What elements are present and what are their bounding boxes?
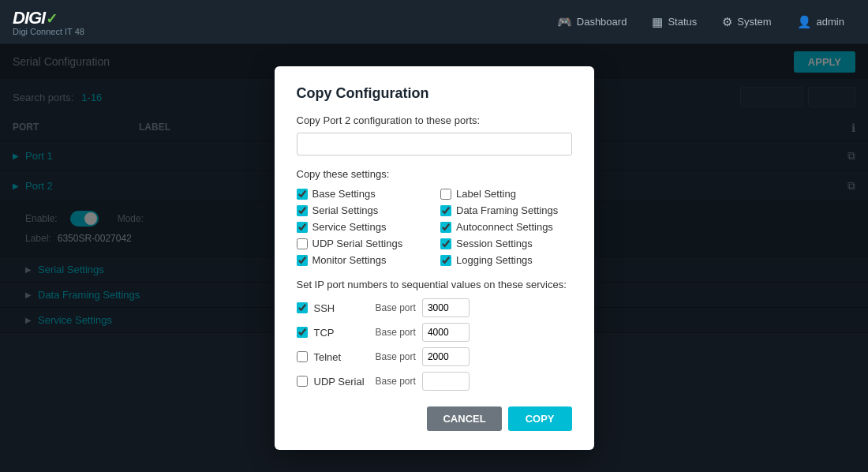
telnet-port-input[interactable] xyxy=(422,347,470,366)
checkbox-logging-settings[interactable]: Logging Settings xyxy=(440,254,572,266)
admin-label: admin xyxy=(817,16,844,28)
monitor-settings-cb-label: Monitor Settings xyxy=(312,254,387,266)
device-name: Digi Connect IT 48 xyxy=(13,27,84,36)
service-row-telnet: Telnet Base port xyxy=(297,347,572,366)
udpserial-service-checkbox[interactable] xyxy=(297,376,308,387)
modal-overlay: Copy Configuration Copy Port 2 configura… xyxy=(0,44,868,472)
base-settings-label: Base Settings xyxy=(312,188,376,200)
checkbox-service-settings[interactable]: Service Settings xyxy=(297,221,428,233)
udpserial-port-input[interactable] xyxy=(422,372,470,391)
autoconnect-cb-label: Autoconnect Settings xyxy=(456,221,553,233)
checkboxes-grid: Base Settings Label Setting Serial Setti… xyxy=(297,188,572,266)
status-icon: ▦ xyxy=(652,15,663,29)
system-label: System xyxy=(737,16,771,28)
nav-item-admin[interactable]: 👤 admin xyxy=(786,9,855,36)
copy-settings-label: Copy these settings: xyxy=(297,168,572,180)
checkbox-autoconnect[interactable]: Autoconnect Settings xyxy=(440,221,572,233)
telnet-base-port-label: Base port xyxy=(376,351,416,362)
nav-item-status[interactable]: ▦ Status xyxy=(641,9,708,36)
checkbox-session-settings[interactable]: Session Settings xyxy=(440,238,572,249)
telnet-checkbox[interactable] xyxy=(297,351,308,362)
udp-serial-cb-label: UDP Serial Settings xyxy=(312,238,403,249)
logo-area: DIGI ✓ Digi Connect IT 48 xyxy=(13,8,84,36)
status-label: Status xyxy=(668,16,697,28)
checkbox-serial-settings[interactable]: Serial Settings xyxy=(297,204,428,216)
dashboard-icon: 🎮 xyxy=(557,15,572,29)
navbar: DIGI ✓ Digi Connect IT 48 🎮 Dashboard ▦ … xyxy=(0,0,868,44)
service-settings-cb-label: Service Settings xyxy=(312,221,387,233)
modal-actions: CANCEL COPY xyxy=(297,406,572,431)
service-row-tcp: TCP Base port xyxy=(297,323,572,342)
nav-item-system[interactable]: ⚙ System xyxy=(711,9,782,36)
logo-checkmark: ✓ xyxy=(46,10,58,28)
nav-items: 🎮 Dashboard ▦ Status ⚙ System 👤 admin xyxy=(546,9,855,36)
ssh-base-port-label: Base port xyxy=(376,302,416,313)
ip-services-list: SSH Base port TCP Base port Telnet Base … xyxy=(297,298,572,391)
ssh-port-input[interactable] xyxy=(422,298,470,317)
admin-icon: 👤 xyxy=(797,15,812,29)
copy-port-input[interactable] xyxy=(297,133,572,155)
udpserial-service-label: UDP Serial xyxy=(314,376,369,388)
session-settings-cb-label: Session Settings xyxy=(456,238,533,249)
bg-page: Serial Configuration APPLY Search ports:… xyxy=(0,44,868,472)
tcp-base-port-label: Base port xyxy=(376,327,416,338)
sequential-label: Set IP port numbers to sequential values… xyxy=(297,279,572,290)
nav-item-dashboard[interactable]: 🎮 Dashboard xyxy=(546,9,638,36)
modal-title: Copy Configuration xyxy=(297,85,572,102)
logo-text: DIGI xyxy=(13,8,45,28)
dashboard-label: Dashboard xyxy=(577,16,627,28)
ssh-checkbox[interactable] xyxy=(297,302,308,313)
cancel-button[interactable]: CANCEL xyxy=(427,406,501,431)
service-row-ssh: SSH Base port xyxy=(297,298,572,317)
checkbox-data-framing[interactable]: Data Framing Settings xyxy=(440,204,572,216)
tcp-checkbox[interactable] xyxy=(297,327,308,338)
system-icon: ⚙ xyxy=(722,15,732,29)
checkbox-base-settings[interactable]: Base Settings xyxy=(297,188,428,200)
label-setting-label: Label Setting xyxy=(456,188,516,200)
checkbox-monitor-settings[interactable]: Monitor Settings xyxy=(297,254,428,266)
copy-button[interactable]: COPY xyxy=(508,406,572,431)
copy-port-label: Copy Port 2 configuration to these ports… xyxy=(297,114,572,126)
modal: Copy Configuration Copy Port 2 configura… xyxy=(275,66,594,450)
telnet-label: Telnet xyxy=(314,351,369,363)
tcp-label: TCP xyxy=(314,327,369,339)
tcp-port-input[interactable] xyxy=(422,323,470,342)
checkbox-udp-serial[interactable]: UDP Serial Settings xyxy=(297,238,428,249)
logo: DIGI ✓ xyxy=(13,8,84,28)
ssh-label: SSH xyxy=(314,302,369,314)
logging-settings-cb-label: Logging Settings xyxy=(456,254,533,266)
checkbox-label-setting[interactable]: Label Setting xyxy=(440,188,572,200)
serial-settings-cb-label: Serial Settings xyxy=(312,204,379,216)
udpserial-base-port-label: Base port xyxy=(376,376,416,387)
service-row-udpserial: UDP Serial Base port xyxy=(297,372,572,391)
data-framing-cb-label: Data Framing Settings xyxy=(456,204,558,216)
